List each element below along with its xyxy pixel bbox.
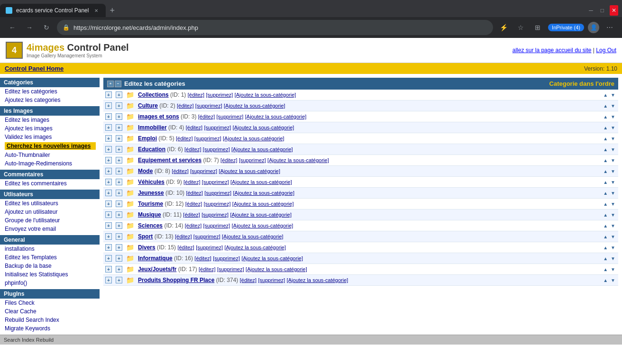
sidebar-link[interactable]: Groupe de l'utilisateur [5,217,60,224]
delete-category-link[interactable]: [supprimez] [217,266,244,272]
move-up-button[interactable]: ▲ [602,245,609,250]
edit-category-link[interactable]: [éditez] [194,255,211,261]
move-down-button[interactable]: ▼ [610,136,616,141]
move-down-button[interactable]: ▼ [610,234,616,239]
delete-category-link[interactable]: [supprimez] [213,255,240,261]
profile-avatar[interactable]: 👤 [588,22,599,33]
add-subcategory-link[interactable]: [Ajoutez la sous-catégorie] [230,212,292,218]
edit-category-link[interactable]: [éditez] [199,266,215,272]
move-up-button[interactable]: ▲ [602,158,609,163]
sidebar-link[interactable]: Ajoutez les categories [5,97,60,103]
move-row-button[interactable]: + [116,102,122,109]
expand-row-button[interactable]: + [105,102,112,109]
expand-row-button[interactable]: + [105,211,112,218]
delete-category-link[interactable]: [supprimez] [258,277,285,283]
move-row-button[interactable]: + [116,135,122,142]
move-down-button[interactable]: ▼ [610,278,616,283]
add-subcategory-link[interactable]: [Ajoutez la sous-catégorie] [287,277,348,283]
edit-category-link[interactable]: [éditez] [177,245,194,250]
add-subcategory-link[interactable]: [Ajoutez la sous-catégorie] [246,266,307,272]
url-bar[interactable]: 🔒 https://microlorge.net/ecards/admin/in… [57,20,493,35]
delete-category-link[interactable]: [supprimez] [204,125,231,130]
expand-row-button[interactable]: + [105,190,112,196]
move-down-button[interactable]: ▼ [610,125,616,130]
expand-row-button[interactable]: + [105,146,112,153]
category-name-link[interactable]: Sport [138,233,153,240]
add-subcategory-link[interactable]: [Ajoutez la sous-catégorie] [230,179,292,185]
move-up-button[interactable]: ▲ [602,169,609,174]
delete-category-link[interactable]: [supprimez] [190,168,217,174]
sidebar-link[interactable]: Auto-Thumbnailer [5,152,50,158]
move-up-button[interactable]: ▲ [602,125,609,130]
expand-row-button[interactable]: + [105,91,112,98]
category-name-link[interactable]: Sciences [138,222,163,229]
edit-category-link[interactable]: [éditez] [240,277,256,283]
sidebar-link[interactable]: Editez les images [5,117,49,123]
expand-row-button[interactable]: + [105,255,112,262]
move-row-button[interactable]: + [116,222,122,229]
delete-category-link[interactable]: [supprimez] [217,114,244,119]
delete-category-link[interactable]: [supprimez] [204,190,231,196]
sidebar-link[interactable]: Cherchez les nouvelles images [5,142,96,150]
sidebar-link[interactable]: phpinfo() [5,280,27,286]
move-down-button[interactable]: ▼ [610,158,616,163]
move-row-button[interactable]: + [116,266,122,273]
move-row-button[interactable]: + [116,91,122,98]
category-name-link[interactable]: Education [138,146,165,153]
sidebar-link[interactable]: Editez les Templates [5,254,57,261]
collections-button[interactable]: ⊞ [531,21,544,34]
expand-row-button[interactable]: + [105,179,112,185]
edit-category-link[interactable]: [éditez] [177,103,193,109]
category-name-link[interactable]: Jeux/Jouets/fr [138,266,176,273]
add-subcategory-link[interactable]: [Ajoutez la sous-catégorie] [224,245,286,250]
move-down-button[interactable]: ▼ [610,267,616,272]
expand-row-button[interactable]: + [105,200,112,207]
sidebar-link[interactable]: Editez les utilisateurs [5,200,58,207]
settings-button[interactable]: ⋯ [603,21,616,34]
delete-category-link[interactable]: [supprimez] [202,179,229,185]
delete-category-link[interactable]: [supprimez] [196,245,223,250]
expand-row-button[interactable]: + [105,244,112,251]
category-name-link[interactable]: Mode [138,168,153,174]
move-up-button[interactable]: ▲ [602,103,609,109]
move-row-button[interactable]: + [116,168,122,174]
delete-category-link[interactable]: [supprimez] [203,146,230,152]
move-row-button[interactable]: + [116,157,122,164]
sidebar-link[interactable]: Migrate Keywords [5,325,50,332]
move-up-button[interactable]: ▲ [602,136,609,141]
move-row-button[interactable]: + [116,124,122,131]
move-row-button[interactable]: + [116,190,122,196]
expand-row-button[interactable]: + [105,124,112,131]
edit-category-link[interactable]: [éditez] [185,223,201,228]
expand-row-button[interactable]: + [105,157,112,164]
sidebar-link[interactable]: Ajoutez les images [5,125,53,132]
add-subcategory-link[interactable]: [Ajoutez la sous-catégorie] [233,190,294,196]
move-up-button[interactable]: ▲ [602,201,609,207]
move-down-button[interactable]: ▼ [610,201,616,207]
move-row-button[interactable]: + [116,211,122,218]
new-tab-button[interactable]: + [106,6,119,16]
tab-close-button[interactable]: ✕ [92,7,100,14]
move-down-button[interactable]: ▼ [610,191,616,196]
move-down-button[interactable]: ▼ [610,245,616,250]
expand-row-button[interactable]: + [105,135,112,142]
move-down-button[interactable]: ▼ [610,169,616,174]
category-name-link[interactable]: Musique [138,211,161,218]
move-down-button[interactable]: ▼ [610,223,616,228]
move-row-button[interactable]: + [116,200,122,207]
add-subcategory-link[interactable]: [Ajoutez la sous-catégorie] [224,103,285,109]
move-row-button[interactable]: + [116,146,122,153]
move-down-button[interactable]: ▼ [610,92,616,98]
edit-category-link[interactable]: [éditez] [183,179,200,185]
sidebar-link[interactable]: Backup de la base [5,263,52,269]
collapse-all-button[interactable]: + [107,81,114,87]
category-name-link[interactable]: Tourisme [138,200,163,207]
move-down-button[interactable]: ▼ [610,180,616,185]
add-subcategory-link[interactable]: [Ajoutez la sous-catégorie] [267,157,329,163]
expand-all-button[interactable]: − [115,81,121,87]
logout-link[interactable]: Log Out [596,47,616,54]
home-page-link[interactable]: allez sur la page accueil du site [512,47,592,54]
delete-category-link[interactable]: [supprimez] [194,136,221,141]
delete-category-link[interactable]: [supprimez] [239,157,266,163]
sidebar-link[interactable]: Envoyez votre email [5,226,56,232]
